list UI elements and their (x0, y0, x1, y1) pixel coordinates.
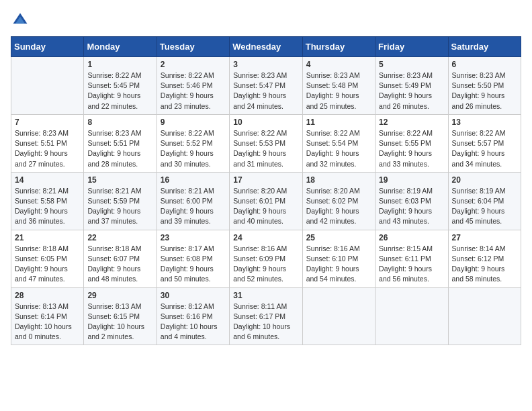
day-info: Sunrise: 8:20 AMSunset: 6:01 PMDaylight:… (233, 186, 298, 227)
day-info: Sunrise: 8:14 AMSunset: 6:12 PMDaylight:… (452, 244, 517, 285)
day-info: Sunrise: 8:17 AMSunset: 6:08 PMDaylight:… (161, 244, 226, 285)
calendar-day-cell: 25Sunrise: 8:16 AMSunset: 6:10 PMDayligh… (302, 230, 375, 287)
day-info: Sunrise: 8:22 AMSunset: 5:54 PMDaylight:… (306, 128, 371, 169)
day-info: Sunrise: 8:22 AMSunset: 5:45 PMDaylight:… (87, 71, 152, 111)
day-number: 18 (306, 175, 371, 185)
day-number: 1 (87, 60, 152, 69)
day-number: 3 (233, 60, 298, 69)
day-info: Sunrise: 8:23 AMSunset: 5:51 PMDaylight:… (87, 128, 152, 169)
calendar-day-cell: 29Sunrise: 8:13 AMSunset: 6:15 PMDayligh… (84, 287, 157, 345)
calendar-week-row: 28Sunrise: 8:13 AMSunset: 6:14 PMDayligh… (11, 287, 521, 345)
calendar-day-cell: 22Sunrise: 8:18 AMSunset: 6:07 PMDayligh… (84, 230, 157, 287)
day-info: Sunrise: 8:21 AMSunset: 5:58 PMDaylight:… (15, 186, 80, 227)
day-info: Sunrise: 8:16 AMSunset: 6:10 PMDaylight:… (306, 244, 371, 285)
day-info: Sunrise: 8:13 AMSunset: 6:15 PMDaylight:… (87, 302, 152, 342)
day-number: 2 (161, 60, 226, 69)
day-info: Sunrise: 8:22 AMSunset: 5:53 PMDaylight:… (233, 128, 298, 169)
day-info: Sunrise: 8:23 AMSunset: 5:51 PMDaylight:… (15, 128, 80, 169)
day-number: 26 (379, 233, 444, 242)
day-info: Sunrise: 8:13 AMSunset: 6:14 PMDaylight:… (15, 302, 80, 342)
day-number: 13 (452, 118, 517, 127)
calendar-day-cell: 6Sunrise: 8:23 AMSunset: 5:50 PMDaylight… (448, 57, 521, 115)
day-info: Sunrise: 8:22 AMSunset: 5:55 PMDaylight:… (379, 128, 444, 169)
calendar-day-cell: 9Sunrise: 8:22 AMSunset: 5:52 PMDaylight… (157, 114, 229, 172)
calendar-day-cell: 4Sunrise: 8:23 AMSunset: 5:48 PMDaylight… (302, 57, 375, 115)
calendar-day-cell: 13Sunrise: 8:22 AMSunset: 5:57 PMDayligh… (448, 114, 521, 172)
day-number: 6 (452, 60, 517, 69)
calendar-day-cell: 8Sunrise: 8:23 AMSunset: 5:51 PMDaylight… (84, 114, 157, 172)
day-info: Sunrise: 8:22 AMSunset: 5:57 PMDaylight:… (452, 128, 517, 169)
calendar-day-cell: 3Sunrise: 8:23 AMSunset: 5:47 PMDaylight… (230, 57, 302, 115)
day-number: 8 (87, 118, 152, 127)
day-number: 28 (15, 291, 80, 300)
day-number: 7 (15, 118, 80, 127)
day-info: Sunrise: 8:18 AMSunset: 6:07 PMDaylight:… (87, 244, 152, 285)
calendar-day-cell (448, 287, 521, 345)
day-number: 4 (306, 60, 371, 69)
day-number: 27 (452, 233, 517, 242)
day-info: Sunrise: 8:23 AMSunset: 5:50 PMDaylight:… (452, 71, 517, 111)
day-info: Sunrise: 8:18 AMSunset: 6:05 PMDaylight:… (15, 244, 80, 285)
day-number: 15 (87, 175, 152, 185)
calendar-day-cell: 21Sunrise: 8:18 AMSunset: 6:05 PMDayligh… (11, 230, 84, 287)
day-number: 5 (379, 60, 444, 69)
calendar-day-cell: 27Sunrise: 8:14 AMSunset: 6:12 PMDayligh… (448, 230, 521, 287)
calendar-day-cell (302, 287, 375, 345)
day-info: Sunrise: 8:23 AMSunset: 5:48 PMDaylight:… (306, 71, 371, 111)
day-number: 23 (161, 233, 226, 242)
calendar-day-cell: 10Sunrise: 8:22 AMSunset: 5:53 PMDayligh… (230, 114, 302, 172)
day-info: Sunrise: 8:22 AMSunset: 5:52 PMDaylight:… (161, 128, 226, 169)
day-number: 25 (306, 233, 371, 242)
calendar-week-row: 1Sunrise: 8:22 AMSunset: 5:45 PMDaylight… (11, 57, 521, 115)
calendar-header-cell: Wednesday (230, 37, 302, 57)
calendar-header-cell: Saturday (448, 37, 521, 57)
calendar-day-cell: 5Sunrise: 8:23 AMSunset: 5:49 PMDaylight… (375, 57, 448, 115)
day-number: 30 (161, 291, 226, 300)
day-number: 31 (233, 291, 298, 300)
calendar-day-cell (11, 57, 84, 115)
calendar-header-cell: Friday (375, 37, 448, 57)
calendar-day-cell: 14Sunrise: 8:21 AMSunset: 5:58 PMDayligh… (11, 172, 84, 230)
calendar-day-cell: 15Sunrise: 8:21 AMSunset: 5:59 PMDayligh… (84, 172, 157, 230)
day-number: 19 (379, 175, 444, 185)
calendar-day-cell: 2Sunrise: 8:22 AMSunset: 5:46 PMDaylight… (157, 57, 229, 115)
day-info: Sunrise: 8:11 AMSunset: 6:17 PMDaylight:… (233, 302, 298, 342)
calendar-table: SundayMondayTuesdayWednesdayThursdayFrid… (11, 36, 521, 345)
logo (11, 11, 32, 30)
day-number: 9 (161, 118, 226, 127)
calendar-day-cell: 30Sunrise: 8:12 AMSunset: 6:16 PMDayligh… (157, 287, 229, 345)
day-number: 17 (233, 175, 298, 185)
day-number: 22 (87, 233, 152, 242)
calendar-day-cell: 24Sunrise: 8:16 AMSunset: 6:09 PMDayligh… (230, 230, 302, 287)
day-number: 16 (161, 175, 226, 185)
day-number: 29 (87, 291, 152, 300)
calendar-day-cell: 19Sunrise: 8:19 AMSunset: 6:03 PMDayligh… (375, 172, 448, 230)
calendar-header-cell: Monday (84, 37, 157, 57)
day-number: 21 (15, 233, 80, 242)
day-number: 12 (379, 118, 444, 127)
calendar-day-cell: 16Sunrise: 8:21 AMSunset: 6:00 PMDayligh… (157, 172, 229, 230)
calendar-day-cell: 28Sunrise: 8:13 AMSunset: 6:14 PMDayligh… (11, 287, 84, 345)
calendar-header-cell: Sunday (11, 37, 84, 57)
calendar-week-row: 21Sunrise: 8:18 AMSunset: 6:05 PMDayligh… (11, 230, 521, 287)
calendar-day-cell: 17Sunrise: 8:20 AMSunset: 6:01 PMDayligh… (230, 172, 302, 230)
calendar-week-row: 7Sunrise: 8:23 AMSunset: 5:51 PMDaylight… (11, 114, 521, 172)
day-info: Sunrise: 8:15 AMSunset: 6:11 PMDaylight:… (379, 244, 444, 285)
calendar-day-cell: 1Sunrise: 8:22 AMSunset: 5:45 PMDaylight… (84, 57, 157, 115)
day-number: 14 (15, 175, 80, 185)
calendar-day-cell: 11Sunrise: 8:22 AMSunset: 5:54 PMDayligh… (302, 114, 375, 172)
calendar-day-cell: 23Sunrise: 8:17 AMSunset: 6:08 PMDayligh… (157, 230, 229, 287)
day-info: Sunrise: 8:12 AMSunset: 6:16 PMDaylight:… (161, 302, 226, 342)
day-number: 11 (306, 118, 371, 127)
day-info: Sunrise: 8:23 AMSunset: 5:49 PMDaylight:… (379, 71, 444, 111)
calendar-day-cell: 31Sunrise: 8:11 AMSunset: 6:17 PMDayligh… (230, 287, 302, 345)
day-info: Sunrise: 8:20 AMSunset: 6:02 PMDaylight:… (306, 186, 371, 227)
day-info: Sunrise: 8:19 AMSunset: 6:03 PMDaylight:… (379, 186, 444, 227)
calendar-week-row: 14Sunrise: 8:21 AMSunset: 5:58 PMDayligh… (11, 172, 521, 230)
calendar-header-cell: Thursday (302, 37, 375, 57)
calendar-day-cell: 26Sunrise: 8:15 AMSunset: 6:11 PMDayligh… (375, 230, 448, 287)
logo-icon (11, 11, 30, 30)
calendar-day-cell: 18Sunrise: 8:20 AMSunset: 6:02 PMDayligh… (302, 172, 375, 230)
day-info: Sunrise: 8:16 AMSunset: 6:09 PMDaylight:… (233, 244, 298, 285)
calendar-day-cell: 12Sunrise: 8:22 AMSunset: 5:55 PMDayligh… (375, 114, 448, 172)
